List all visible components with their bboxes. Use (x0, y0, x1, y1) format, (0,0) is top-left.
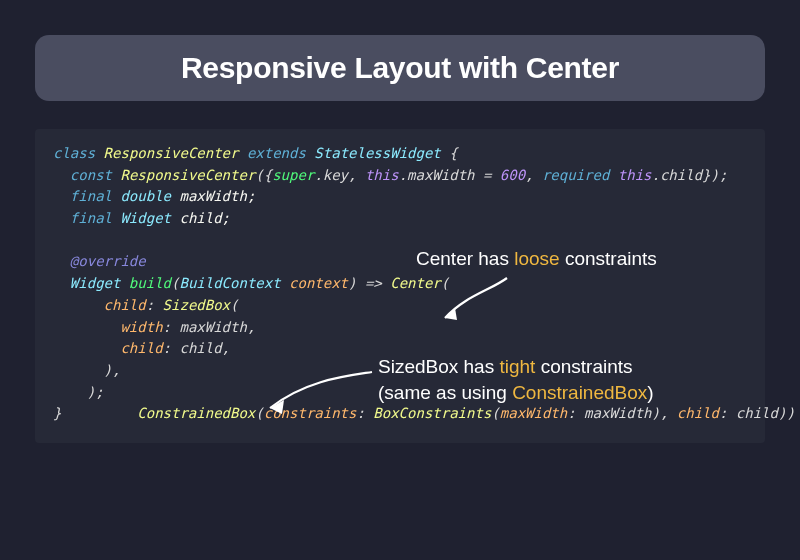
annotation-loose: Center has loose constraints (416, 246, 657, 272)
svg-marker-0 (445, 308, 457, 320)
page-title: Responsive Layout with Center (59, 51, 741, 85)
arrow-icon (435, 272, 525, 330)
title-bar: Responsive Layout with Center (35, 35, 765, 101)
annotation-tight: SizedBox has tight constraints (same as … (378, 354, 654, 405)
arrow-icon (256, 362, 378, 420)
